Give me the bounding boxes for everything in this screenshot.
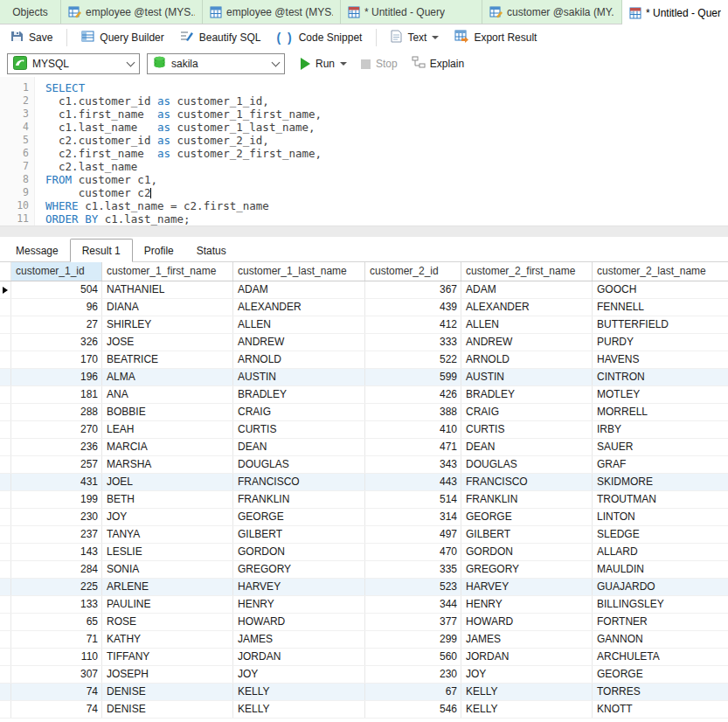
table-row[interactable]: 181ANABRADLEY426BRADLEYMOTLEY — [0, 386, 728, 404]
cell-customer_2_last_name[interactable]: CINTRON — [593, 369, 728, 385]
run-dropdown-icon[interactable] — [340, 62, 347, 66]
cell-customer_2_id[interactable]: 471 — [365, 439, 461, 455]
cell-customer_1_last_name[interactable]: CRAIG — [233, 404, 365, 420]
cell-customer_2_first_name[interactable]: GORDON — [461, 544, 593, 560]
cell-customer_2_first_name[interactable]: JAMES — [461, 631, 593, 648]
cell-customer_1_last_name[interactable]: JORDAN — [233, 649, 365, 665]
cell-customer_1_id[interactable]: 199 — [11, 491, 102, 508]
cell-customer_2_first_name[interactable]: DOUGLAS — [461, 456, 593, 473]
cell-customer_1_id[interactable]: 225 — [11, 579, 102, 595]
cell-customer_2_last_name[interactable]: BUTTERFIELD — [593, 316, 728, 333]
cell-customer_2_id[interactable]: 439 — [365, 299, 461, 316]
cell-customer_2_first_name[interactable]: ANDREW — [461, 334, 593, 351]
cell-customer_2_id[interactable]: 523 — [365, 579, 461, 595]
tab-objects[interactable]: Objects — [0, 0, 61, 24]
cell-customer_1_first_name[interactable]: BOBBIE — [102, 404, 233, 420]
tab-document-3[interactable]: * Untitled - Query — [341, 0, 482, 24]
cell-customer_1_first_name[interactable]: KATHY — [102, 631, 233, 648]
cell-customer_1_last_name[interactable]: ALEXANDER — [233, 299, 365, 316]
cell-customer_1_id[interactable]: 504 — [11, 281, 102, 298]
cell-customer_1_id[interactable]: 257 — [11, 456, 102, 473]
table-row[interactable]: 196ALMAAUSTIN599AUSTINCINTRON — [0, 369, 728, 386]
cell-customer_1_id[interactable]: 326 — [11, 334, 102, 351]
cell-customer_1_first_name[interactable]: JOSE — [102, 334, 233, 351]
cell-customer_1_first_name[interactable]: ANA — [102, 386, 233, 403]
cell-customer_2_last_name[interactable]: FENNELL — [593, 299, 728, 316]
table-row[interactable]: 307JOSEPHJOY230JOYGEORGE — [0, 666, 728, 684]
row-gutter[interactable] — [0, 544, 11, 560]
cell-customer_2_last_name[interactable]: SKIDMORE — [593, 474, 728, 490]
cell-customer_2_id[interactable]: 377 — [365, 614, 461, 630]
row-gutter[interactable] — [0, 614, 11, 630]
table-row[interactable]: 431JOELFRANCISCO443FRANCISCOSKIDMORE — [0, 474, 728, 491]
table-row[interactable]: 288BOBBIECRAIG388CRAIGMORRELL — [0, 404, 728, 421]
cell-customer_2_last_name[interactable]: MAULDIN — [593, 561, 728, 578]
cell-customer_2_last_name[interactable]: HAVENS — [593, 351, 728, 368]
cell-customer_2_last_name[interactable]: GANNON — [593, 631, 728, 648]
cell-customer_1_first_name[interactable]: DENISE — [102, 701, 233, 718]
cell-customer_1_last_name[interactable]: DEAN — [233, 439, 365, 455]
row-gutter[interactable] — [0, 666, 11, 683]
cell-customer_1_id[interactable]: 307 — [11, 666, 102, 683]
cell-customer_1_last_name[interactable]: ALLEN — [233, 316, 365, 333]
cell-customer_2_last_name[interactable]: SAUER — [593, 439, 728, 455]
cell-customer_2_first_name[interactable]: GREGORY — [461, 561, 593, 578]
table-row[interactable]: 257MARSHADOUGLAS343DOUGLASGRAF — [0, 456, 728, 474]
cell-customer_1_last_name[interactable]: KELLY — [233, 701, 365, 718]
row-gutter[interactable] — [0, 579, 11, 595]
row-gutter[interactable] — [0, 509, 11, 525]
row-gutter[interactable] — [0, 684, 11, 700]
table-row[interactable]: 230JOYGEORGE314GEORGELINTON — [0, 509, 728, 526]
code-line[interactable]: 6 c2.first_name as customer_2_first_name… — [0, 147, 728, 160]
cell-customer_1_id[interactable]: 143 — [11, 544, 102, 560]
cell-customer_1_id[interactable]: 27 — [11, 316, 102, 333]
cell-customer_2_first_name[interactable]: HENRY — [461, 596, 593, 613]
query-builder-button[interactable]: Query Builder — [78, 28, 167, 47]
row-gutter[interactable] — [0, 386, 11, 403]
row-gutter[interactable] — [0, 474, 11, 490]
cell-customer_1_last_name[interactable]: HARVEY — [233, 579, 365, 595]
row-gutter[interactable] — [0, 649, 11, 665]
code-line[interactable]: 7 c2.last_name — [0, 160, 728, 173]
cell-customer_1_id[interactable]: 284 — [11, 561, 102, 578]
cell-customer_2_id[interactable]: 314 — [365, 509, 461, 525]
column-header-customer_2_last_name[interactable]: customer_2_last_name — [593, 262, 728, 281]
cell-customer_2_id[interactable]: 412 — [365, 316, 461, 333]
table-row[interactable]: 110TIFFANYJORDAN560JORDANARCHULETA — [0, 649, 728, 666]
cell-customer_2_last_name[interactable]: SLEDGE — [593, 526, 728, 543]
cell-customer_1_last_name[interactable]: GEORGE — [233, 509, 365, 525]
cell-customer_1_id[interactable]: 110 — [11, 649, 102, 665]
code-line[interactable]: 1SELECT — [0, 81, 728, 94]
cell-customer_2_id[interactable]: 560 — [365, 649, 461, 665]
cell-customer_2_first_name[interactable]: GILBERT — [461, 526, 593, 543]
cell-customer_1_id[interactable]: 74 — [11, 684, 102, 700]
cell-customer_2_first_name[interactable]: CRAIG — [461, 404, 593, 420]
row-gutter[interactable] — [0, 299, 11, 316]
cell-customer_1_first_name[interactable]: BETH — [102, 491, 233, 508]
cell-customer_2_last_name[interactable]: TROUTMAN — [593, 491, 728, 508]
row-gutter[interactable] — [0, 404, 11, 420]
column-header-customer_2_first_name[interactable]: customer_2_first_name — [461, 262, 593, 281]
cell-customer_2_last_name[interactable]: FORTNER — [593, 614, 728, 630]
row-gutter[interactable] — [0, 456, 11, 473]
cell-customer_1_first_name[interactable]: DIANA — [102, 299, 233, 316]
column-header-customer_1_first_name[interactable]: customer_1_first_name — [102, 262, 233, 281]
cell-customer_2_last_name[interactable]: GOOCH — [593, 281, 728, 298]
cell-customer_2_id[interactable]: 335 — [365, 561, 461, 578]
code-line[interactable]: 5 c2.customer_id as customer_2_id, — [0, 134, 728, 147]
code-line[interactable]: 2 c1.customer_id as customer_1_id, — [0, 94, 728, 108]
tab-document-2[interactable]: employee @test (MYS... — [203, 0, 341, 24]
cell-customer_1_first_name[interactable]: LEAH — [102, 421, 233, 438]
cell-customer_2_first_name[interactable]: DEAN — [461, 439, 593, 455]
cell-customer_1_id[interactable]: 237 — [11, 526, 102, 543]
table-row[interactable]: 236MARCIADEAN471DEANSAUER — [0, 439, 728, 456]
cell-customer_2_id[interactable]: 344 — [365, 596, 461, 613]
cell-customer_2_id[interactable]: 299 — [365, 631, 461, 648]
tab-document-1[interactable]: employee @test (MYS... — [61, 0, 203, 24]
cell-customer_2_first_name[interactable]: ALLEN — [461, 316, 593, 333]
cell-customer_2_first_name[interactable]: BRADLEY — [461, 386, 593, 403]
text-view-dropdown-icon[interactable] — [432, 36, 439, 39]
result-tab-status[interactable]: Status — [185, 241, 238, 261]
cell-customer_2_id[interactable]: 367 — [365, 281, 461, 298]
cell-customer_1_id[interactable]: 288 — [11, 404, 102, 420]
